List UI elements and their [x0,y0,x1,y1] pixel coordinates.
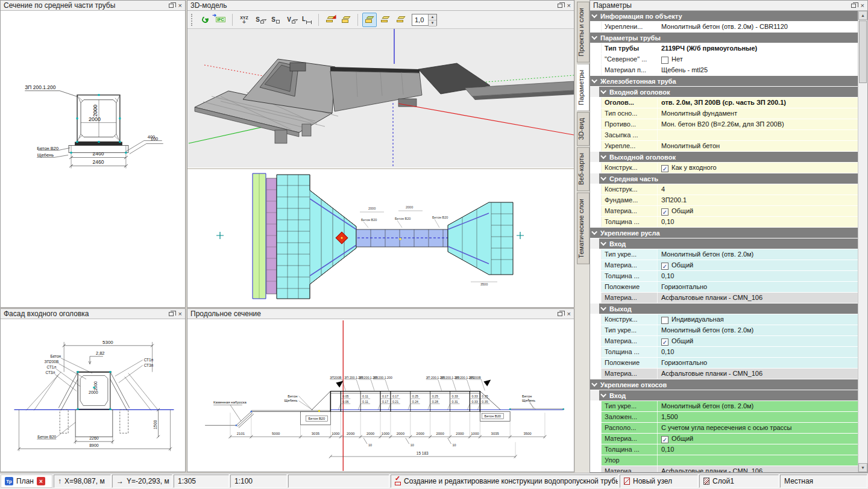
param-label[interactable]: Располо... [602,423,657,433]
pane-title-bar[interactable]: 3D-модель × [187,1,574,11]
facade-canvas[interactable]: 5300 2,82 Бетон ЗП200В СТ1л СТ3л СТ1п СТ… [1,319,185,472]
param-label[interactable]: Толщина ... [602,271,657,281]
param-row[interactable]: ПоложениеГоризонтально [590,282,858,293]
param-label[interactable]: Материа... [602,369,657,379]
param-section-header[interactable]: Средняя часть [590,173,858,184]
section-mid-canvas[interactable]: ЗП 200.1.200 2000 2000 2460 2460 Бетон В… [1,11,185,308]
param-value[interactable]: Горизонтально [657,358,858,368]
flat-box2-button[interactable] [394,13,408,27]
float-window-icon[interactable] [169,4,174,8]
ifc-export-button[interactable]: IFC [213,13,228,27]
scrollbar[interactable]: ▲ ▼ [858,11,867,472]
param-row[interactable]: Конструк...✓Как у входного [590,163,858,173]
param-row[interactable]: Располо...С учетом угла пересечения с ос… [590,423,858,434]
pane-title-bar[interactable]: Сечение по средней части трубы × [1,1,185,11]
node-indicator[interactable]: Новый узел [620,475,698,488]
param-section-header[interactable]: Выход [590,304,858,314]
param-label[interactable]: Конструк... [602,314,657,325]
checkbox-checked-icon[interactable]: ✓ [661,263,668,270]
close-document-icon[interactable]: × [37,477,45,485]
param-label[interactable]: Укреплени... [602,22,657,32]
param-row[interactable]: ПоложениеГоризонтально [590,358,858,369]
close-icon[interactable]: × [567,2,571,9]
param-row[interactable]: Материа...✓Общий [590,336,858,347]
param-label[interactable]: Толщина ... [602,217,657,227]
param-value[interactable]: 0,10 [657,444,858,455]
pane-title-bar[interactable]: Параметры × [590,1,867,11]
param-label[interactable]: Конструк... [602,184,657,195]
param-value[interactable]: Мон. бетон В20 (В=2.26м, для ЗП 200В) [657,119,858,129]
side-tab-2[interactable]: 3D-вид [577,112,590,146]
param-value[interactable]: Щебень - mtl25 [657,65,858,75]
param-label[interactable]: Конструк... [602,163,657,173]
param-value[interactable]: ЗП200.1 [657,195,858,205]
param-label[interactable]: "Северное" ... [602,54,657,64]
xyz-point-button[interactable]: XYZ+ [237,13,251,27]
float-window-icon[interactable] [558,312,562,316]
checkbox-checked-icon[interactable]: ✓ [661,436,668,443]
param-row[interactable]: Толщина ...0,10 [590,271,858,282]
param-label[interactable]: Оголов... [602,98,657,108]
close-icon[interactable]: × [567,311,571,317]
param-row[interactable]: Укрепле...Монолитный бетон [590,141,858,152]
param-label[interactable]: Положение [602,358,657,368]
checkbox-checked-icon[interactable]: ✓ [661,208,668,216]
param-value[interactable]: Асфальтовые планки - CMN_106 [657,369,858,379]
param-section-header[interactable]: Укрепление откосов [590,379,858,390]
param-value[interactable]: Монолитный фундамент [657,108,858,119]
param-row[interactable]: Тип укре...Монолитный бетон (отв. 2.0м) [590,249,858,260]
float-window-icon[interactable] [558,4,562,8]
param-section-header[interactable]: Выходной оголовок [590,152,858,163]
param-label[interactable]: Материа... [602,434,657,444]
param-section-header[interactable]: Параметры трубы [590,33,858,43]
long-section-canvas[interactable]: Каменная наброска Бетон Щебень Бетон В20… [187,319,574,472]
param-label[interactable]: Материа... [602,293,657,303]
open-box-button[interactable]: ◢ [323,13,338,27]
side-tab-1[interactable]: Параметры [577,64,590,111]
viewport-plan[interactable]: Бетон В20 Бетон В20 Бетон В20 2000 2000 … [187,167,574,305]
param-row[interactable]: Фундаме...ЗП200.1 [590,195,858,206]
param-value[interactable]: Индивидуальная [657,314,858,325]
param-value[interactable]: ✓Общий [657,336,858,346]
param-value[interactable]: 0,10 [657,347,858,357]
param-value[interactable]: 2119РЧ (Ж/б прямоугольные) [657,43,858,54]
param-value[interactable]: Асфальтовые планки - CMN_106 [657,293,858,303]
scale-spinner[interactable]: 1,0 ▲▼ [412,14,437,26]
scale-vertical[interactable]: 1:100 [230,475,287,488]
param-row[interactable]: Тип укре...Монолитный бетон (отв. 2.0м) [590,401,858,412]
param-value[interactable]: 1,500 [657,412,858,422]
document-tab-label[interactable]: План [16,477,34,485]
flat-box-button[interactable] [378,13,392,27]
param-row[interactable]: Засыпка ... [590,130,858,141]
param-row[interactable]: Толщина ...0,10 [590,444,858,455]
param-section-header[interactable]: Железобетонная труба [590,76,858,87]
param-value[interactable]: С учетом угла пересечения с осью трассы [657,423,858,433]
param-row[interactable]: Материа...✓Общий [590,206,858,217]
scale-value[interactable]: 1,0 [412,14,428,25]
layer-indicator[interactable]: Слой1 [699,475,779,488]
param-row[interactable]: Материа...Асфальтовые планки - CMN_106 [590,369,858,379]
param-value[interactable]: Горизонтально [657,282,858,292]
param-row[interactable]: Толщина ...0,10 [590,217,858,228]
param-label[interactable]: Материа... [602,260,657,270]
param-label[interactable]: Положение [602,282,657,292]
param-label[interactable]: Тип укре... [602,325,657,335]
param-value[interactable]: отв. 2.0м, ЗП 200В (ср. часть ЗП 200.1) [657,98,858,108]
param-label[interactable]: Укрепле... [602,141,657,151]
solid-box-button[interactable] [362,13,377,27]
param-row[interactable]: "Северное" ...Нет [590,54,858,65]
pane-title-bar[interactable]: Продольное сечение × [187,309,574,319]
param-row[interactable]: Оголов...отв. 2.0м, ЗП 200В (ср. часть З… [590,98,858,108]
length-measure-button[interactable]: L [300,13,314,27]
param-value[interactable]: Монолитный бетон [657,141,858,151]
side-tab-0[interactable]: Проекты и слои [577,2,590,63]
checkbox-checked-icon[interactable]: ✓ [661,338,668,346]
param-label[interactable]: Материа... [602,206,657,216]
param-section-header[interactable]: Входной оголовок [590,87,858,98]
param-row[interactable]: Материал п...Щебень - mtl25 [590,65,858,76]
param-row[interactable]: Тип укре...Монолитный бетон (отв. 2.0м) [590,325,858,336]
scroll-down-icon[interactable]: ▼ [858,463,867,472]
side-tab-4[interactable]: Тематические слои [577,193,590,264]
param-value[interactable]: ✓Общий [657,260,858,270]
param-row[interactable]: Материа...Асфальтовые планки - CMN_106 [590,293,858,304]
